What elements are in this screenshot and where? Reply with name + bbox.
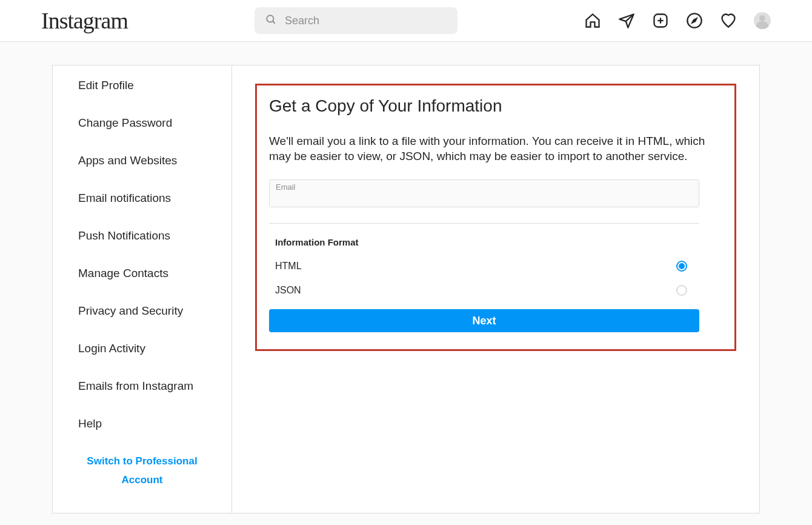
new-post-icon[interactable] [652,12,669,29]
home-icon[interactable] [584,12,601,29]
instagram-logo[interactable]: Instagram [41,7,128,34]
page-description: We'll email you a link to a file with yo… [269,134,722,164]
settings-container: Edit Profile Change Password Apps and We… [52,65,760,513]
settings-sidebar: Edit Profile Change Password Apps and We… [53,65,232,513]
svg-marker-7 [693,19,697,23]
activity-heart-icon[interactable] [720,12,737,29]
sidebar-item-apps-websites[interactable]: Apps and Websites [53,142,231,179]
sidebar-item-change-password[interactable]: Change Password [53,104,231,142]
search-wrap: Search [128,7,584,34]
switch-professional-link[interactable]: Switch to Professional Account [53,443,231,500]
nav-icons [584,12,771,29]
email-label: Email [276,182,296,192]
format-heading: Information Format [269,237,722,247]
radio-json[interactable] [676,285,687,296]
explore-icon[interactable] [686,12,703,29]
format-option-json[interactable]: JSON [269,285,693,296]
messenger-icon[interactable] [618,12,635,29]
search-placeholder: Search [285,15,319,27]
email-field[interactable]: Email [269,179,699,207]
svg-point-0 [267,15,273,22]
sidebar-item-login-activity[interactable]: Login Activity [53,330,231,367]
next-button[interactable]: Next [269,309,699,332]
profile-avatar[interactable] [754,12,771,29]
sidebar-item-help[interactable]: Help [53,405,231,443]
settings-content: Get a Copy of Your Information We'll ema… [232,65,759,513]
page-title: Get a Copy of Your Information [269,96,722,116]
svg-line-1 [273,21,275,24]
format-option-json-label: JSON [275,285,301,296]
sidebar-item-edit-profile[interactable]: Edit Profile [53,65,231,104]
download-data-panel: Get a Copy of Your Information We'll ema… [255,84,736,351]
sidebar-item-email-notifications[interactable]: Email notifications [53,179,231,217]
section-divider [269,223,699,224]
format-option-html-label: HTML [275,261,302,272]
radio-html[interactable] [676,261,687,272]
top-nav: Instagram Search [0,0,812,42]
sidebar-item-privacy-security[interactable]: Privacy and Security [53,292,231,330]
sidebar-item-emails-from-instagram[interactable]: Emails from Instagram [53,367,231,405]
format-option-html[interactable]: HTML [269,261,693,272]
sidebar-item-push-notifications[interactable]: Push Notifications [53,217,231,255]
search-input[interactable]: Search [255,7,458,34]
sidebar-item-manage-contacts[interactable]: Manage Contacts [53,255,231,292]
search-icon [265,14,276,27]
